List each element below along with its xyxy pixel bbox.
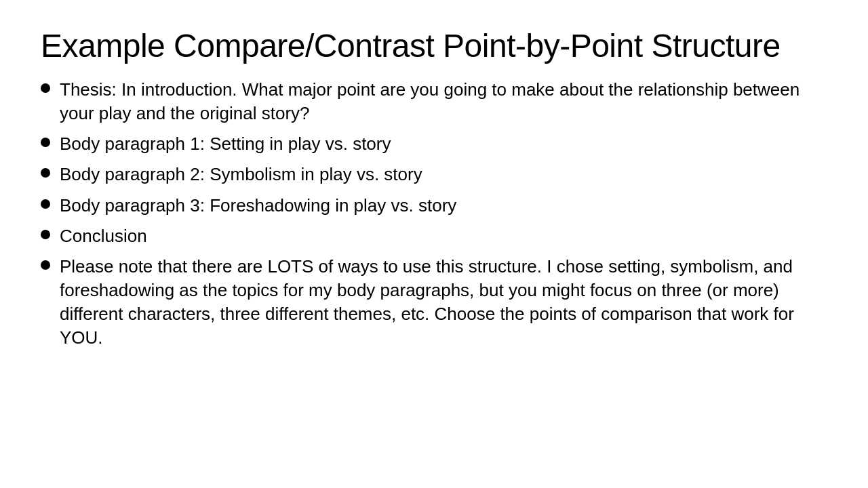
slide-title: Example Compare/Contrast Point-by-Point … — [41, 27, 827, 64]
bullet-text-body1: Body paragraph 1: Setting in play vs. st… — [60, 132, 827, 156]
bullet-dot-icon — [41, 83, 50, 93]
list-item: Conclusion — [41, 224, 827, 248]
bullet-text-note: Please note that there are LOTS of ways … — [60, 255, 827, 350]
bullet-text-conclusion: Conclusion — [60, 224, 827, 248]
list-item: Please note that there are LOTS of ways … — [41, 255, 827, 350]
slide: Example Compare/Contrast Point-by-Point … — [0, 0, 868, 488]
bullet-dot-icon — [41, 199, 50, 209]
bullet-text-body3: Body paragraph 3: Foreshadowing in play … — [60, 194, 827, 218]
bullet-dot-icon — [41, 168, 50, 178]
bullet-dot-icon — [41, 260, 50, 270]
bullet-list: Thesis: In introduction. What major poin… — [41, 78, 827, 350]
list-item: Body paragraph 1: Setting in play vs. st… — [41, 132, 827, 156]
list-item: Body paragraph 3: Foreshadowing in play … — [41, 194, 827, 218]
list-item: Body paragraph 2: Symbolism in play vs. … — [41, 163, 827, 186]
bullet-text-thesis: Thesis: In introduction. What major poin… — [60, 78, 827, 125]
list-item: Thesis: In introduction. What major poin… — [41, 78, 827, 125]
bullet-dot-icon — [41, 138, 50, 147]
bullet-text-body2: Body paragraph 2: Symbolism in play vs. … — [60, 163, 827, 186]
bullet-dot-icon — [41, 230, 50, 239]
